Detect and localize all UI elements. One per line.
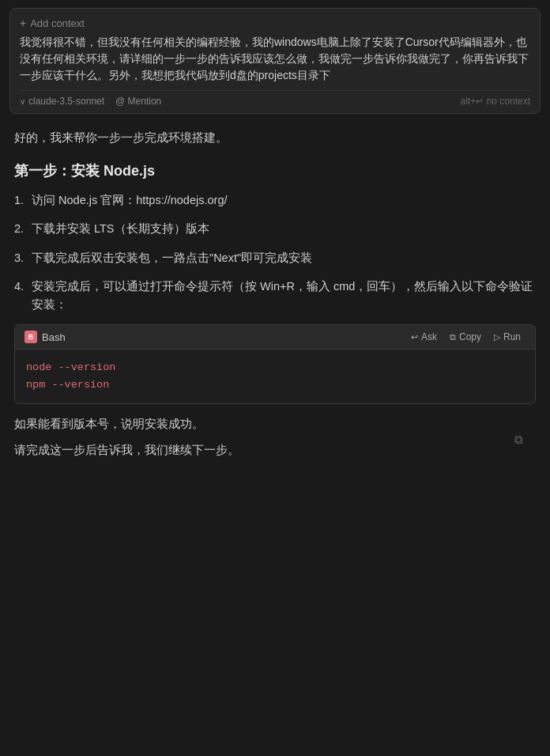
code-line: npm --version <box>26 376 524 394</box>
code-block-header: B Bash ↩ Ask ⧉ Copy ▷ <box>15 325 535 350</box>
step-num: 3. <box>14 249 28 266</box>
input-footer: ∨ claude-3.5-sonnet @ Mention alt+↵ no c… <box>20 90 530 107</box>
add-context-button[interactable]: + Add context <box>20 17 85 34</box>
list-item: 4. 安装完成后，可以通过打开命令提示符（按 Win+R，输入 cmd，回车），… <box>14 278 536 313</box>
mention-button[interactable]: @ Mention <box>115 96 161 107</box>
step-content: 访问 Node.js 官网：https://nodejs.org/ <box>32 191 536 209</box>
input-area: + Add context 我觉得很不错，但我没有任何相关的编程经验，我的win… <box>9 8 541 114</box>
bash-icon: B <box>24 331 37 343</box>
model-selector[interactable]: ∨ claude-3.5-sonnet <box>20 96 104 107</box>
copy-label: Copy <box>459 331 481 342</box>
chevron-down-icon: ∨ <box>20 97 25 106</box>
step-content: 安装完成后，可以通过打开命令提示符（按 Win+R，输入 cmd，回车），然后输… <box>32 278 536 313</box>
code-block-actions: ↩ Ask ⧉ Copy ▷ Run <box>406 330 526 344</box>
corner-copy-icon[interactable]: ⧉ <box>514 433 523 447</box>
add-context-label: Add context <box>30 17 85 29</box>
step-num: 4. <box>14 278 28 313</box>
input-text: 我觉得很不错，但我没有任何相关的编程经验，我的windows电脑上除了安装了Cu… <box>20 34 530 90</box>
list-item: 3. 下载完成后双击安装包，一路点击"Next"即可完成安装 <box>14 249 536 266</box>
run-label: Run <box>503 331 521 342</box>
code-block-lang: B Bash <box>24 331 66 343</box>
list-item: 2. 下载并安装 LTS（长期支持）版本 <box>14 220 536 237</box>
run-icon: ▷ <box>494 332 500 342</box>
code-line: node --version <box>26 359 524 376</box>
post-text-1: 如果能看到版本号，说明安装成功。 <box>14 415 536 433</box>
code-content: node --version npm --version <box>15 350 535 403</box>
copy-button[interactable]: ⧉ Copy <box>445 330 486 344</box>
step-list: 1. 访问 Node.js 官网：https://nodejs.org/ 2. … <box>14 191 536 313</box>
ask-label: Ask <box>421 331 437 342</box>
step-num: 1. <box>14 191 28 209</box>
model-name: claude-3.5-sonnet <box>28 96 104 107</box>
run-button[interactable]: ▷ Run <box>489 330 526 344</box>
step-heading: 第一步：安装 Node.js <box>14 161 536 180</box>
plus-icon: + <box>20 17 26 29</box>
lang-label: Bash <box>42 331 66 343</box>
post-text-2: 请完成这一步后告诉我，我们继续下一步。 <box>14 441 536 459</box>
response-area: 好的，我来帮你一步一步完成环境搭建。 第一步：安装 Node.js 1. 访问 … <box>0 120 550 756</box>
response-wrapper: 好的，我来帮你一步一步完成环境搭建。 第一步：安装 Node.js 1. 访问 … <box>14 128 536 459</box>
ask-icon: ↩ <box>411 332 418 342</box>
response-intro: 好的，我来帮你一步一步完成环境搭建。 <box>14 128 536 147</box>
page-container: + Add context 我觉得很不错，但我没有任何相关的编程经验，我的win… <box>0 0 550 756</box>
step-content: 下载并安装 LTS（长期支持）版本 <box>32 220 536 237</box>
step-num: 2. <box>14 220 28 237</box>
step-content: 下载完成后双击安装包，一路点击"Next"即可完成安装 <box>32 249 536 266</box>
input-footer-left: ∨ claude-3.5-sonnet @ Mention <box>20 96 161 107</box>
copy-icon: ⧉ <box>450 332 456 342</box>
shortcut-hint: alt+↵ no context <box>461 96 530 107</box>
list-item: 1. 访问 Node.js 官网：https://nodejs.org/ <box>14 191 536 209</box>
code-block: B Bash ↩ Ask ⧉ Copy ▷ <box>14 324 536 403</box>
ask-button[interactable]: ↩ Ask <box>406 330 442 344</box>
